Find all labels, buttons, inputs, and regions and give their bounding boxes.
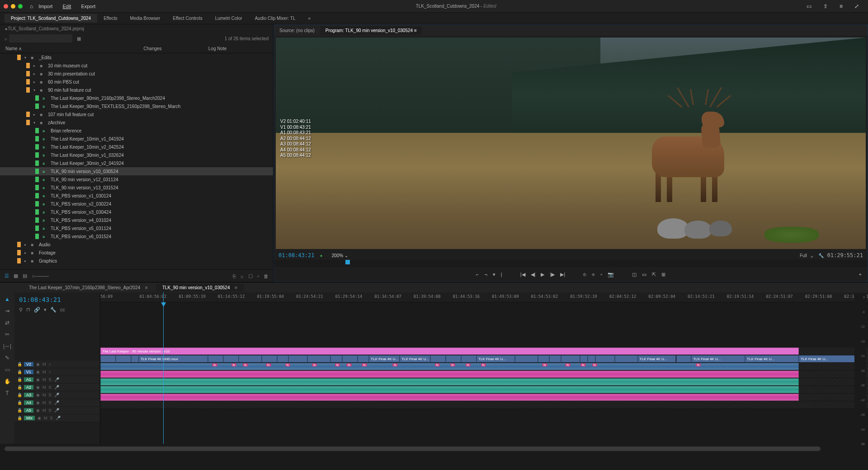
track-mix[interactable] <box>100 401 868 409</box>
source-tab[interactable]: Source: (no clips) <box>274 26 320 35</box>
video-clip[interactable] <box>615 355 638 362</box>
lock-icon[interactable]: 🔒 <box>17 385 22 390</box>
video-clip[interactable] <box>580 355 588 362</box>
video-clip[interactable]: TLK Final 4K U... <box>369 355 400 362</box>
mac-window-controls[interactable] <box>4 4 23 9</box>
twisty-icon[interactable]: ▸ <box>24 243 29 247</box>
video-clip[interactable]: TLK Final 4K U... <box>400 355 430 362</box>
hand-tool-icon[interactable]: ✋ <box>4 378 11 385</box>
fx-badge-icon[interactable]: fx <box>592 363 597 367</box>
pen-tool-icon[interactable]: ✎ <box>5 355 9 361</box>
mute-icon[interactable]: M <box>42 393 46 397</box>
track-a5[interactable] <box>100 394 868 401</box>
add-marker-icon[interactable]: ▾ <box>493 272 495 277</box>
fx-badge-icon[interactable]: fx <box>466 363 471 367</box>
track-a3[interactable] <box>100 378 868 386</box>
video-clip[interactable] <box>116 355 131 362</box>
sequence-row[interactable]: The Last Keeper_10min_v2_042524 <box>0 143 273 151</box>
solo-icon[interactable]: S <box>49 408 52 413</box>
import-menu[interactable]: Import <box>38 4 52 9</box>
fx-badge-icon[interactable]: fx <box>231 363 236 367</box>
program-tab[interactable]: Program: TLK_90 min version_v10_030524 ≡ <box>320 26 422 35</box>
slip-tool-icon[interactable]: |↔| <box>3 343 11 349</box>
safe-margins-icon[interactable]: ▭ <box>642 272 646 277</box>
track-header-mix[interactable]: 🔒Mix◉MS🎤 <box>14 414 100 422</box>
video-clip[interactable] <box>307 355 330 362</box>
video-clip[interactable] <box>676 355 692 362</box>
video-clip[interactable] <box>277 355 288 362</box>
track-label[interactable]: A3 <box>24 393 33 397</box>
add-button-icon[interactable]: + <box>859 272 862 277</box>
video-clip[interactable] <box>100 355 116 362</box>
sequence-timecode[interactable]: 01:08:43:21 <box>14 292 100 307</box>
video-clip[interactable] <box>131 355 139 362</box>
more-tabs-icon[interactable]: » <box>302 14 317 23</box>
video-clip[interactable]: TLK Final 4K U... <box>638 355 676 362</box>
mark-out-icon[interactable]: ¬ <box>484 272 487 277</box>
button-editor-icon[interactable]: ⊞ <box>661 272 665 277</box>
sequence-row[interactable]: TLK_PBS version_v5_031124 <box>0 224 273 232</box>
bin-row[interactable]: ▸Footage <box>0 249 273 257</box>
new-item-icon[interactable]: ▫ <box>257 273 259 279</box>
toggle-output-icon[interactable]: ◉ <box>36 393 40 397</box>
sequence-row[interactable]: TLK_90 min version_v10_030524 <box>0 167 273 175</box>
bin-row[interactable]: ▸Audio <box>0 240 273 249</box>
voiceover-icon[interactable]: 🎤 <box>54 377 59 382</box>
video-clip[interactable] <box>561 355 580 362</box>
rectangle-tool-icon[interactable]: ▭ <box>5 367 10 373</box>
track-label[interactable]: A2 <box>24 385 33 390</box>
auto-sequence-icon[interactable]: ⎘ <box>233 273 236 279</box>
find-icon[interactable]: ⌕ <box>241 273 244 279</box>
export-menu[interactable]: Export <box>81 4 95 9</box>
linked-selection-icon[interactable]: 🔗 <box>34 307 40 313</box>
fx-badge-icon[interactable]: fx <box>450 363 455 367</box>
track-a2[interactable] <box>100 371 868 378</box>
step-back-icon[interactable]: ◀| <box>531 272 536 277</box>
sequence-row[interactable]: The Last Keeper_90min_2160p2398_Stereo_M… <box>0 94 273 102</box>
sequence-row[interactable]: The Last Keeper_90min_TEXTLESS_2160p2398… <box>0 102 273 110</box>
solo-icon[interactable]: S <box>49 385 52 390</box>
bin-row[interactable]: ▸10 min museum cut <box>0 61 273 70</box>
twisty-icon[interactable]: ▸ <box>33 113 38 117</box>
video-clip[interactable] <box>262 355 277 362</box>
panel-tab[interactable]: Audio Clip Mixer: TL <box>249 14 302 23</box>
playhead[interactable] <box>163 292 164 444</box>
zoom-slider[interactable]: ○──── <box>32 273 49 279</box>
voiceover-icon[interactable]: 🎤 <box>54 400 59 405</box>
clip-a1[interactable] <box>100 363 799 370</box>
sync-lock-icon[interactable]: ○ <box>49 370 51 374</box>
track-header-a2[interactable]: 🔒A2◉MS🎤 <box>14 384 100 391</box>
panel-menu-icon[interactable]: ≡ <box>414 28 417 33</box>
track-header-v1[interactable]: 🔒V1◉M○ <box>14 368 100 376</box>
settings-icon[interactable]: 🔧 <box>818 253 824 258</box>
program-video[interactable]: V2 01:02:40:11V1 00:08:43:21A1 00:08:43:… <box>276 38 866 249</box>
go-to-in-icon[interactable]: | <box>501 272 502 277</box>
lift-icon[interactable]: ⎋ <box>583 272 586 277</box>
mute-icon[interactable]: M <box>42 408 46 413</box>
home-icon[interactable]: ⌂ <box>30 3 33 9</box>
track-a4[interactable] <box>100 386 868 394</box>
track-header-v2[interactable]: 🔒V2◉M○ <box>14 361 100 368</box>
video-clip[interactable] <box>430 355 446 362</box>
step-forward-icon[interactable]: |▶ <box>550 272 555 277</box>
track-v2[interactable]: The Last Keeper - 90 minute version - v1… <box>100 348 868 355</box>
maximize-icon[interactable] <box>18 4 23 9</box>
fullscreen-icon[interactable]: ⤢ <box>854 3 859 9</box>
clip-v2[interactable]: The Last Keeper - 90 minute version - v1… <box>100 348 799 355</box>
fx-badge-icon[interactable]: fx <box>212 363 217 367</box>
edit-menu[interactable]: Edit <box>62 4 71 9</box>
video-clip[interactable] <box>223 355 239 362</box>
track-label[interactable]: A5 <box>24 408 33 413</box>
scroll-thumb[interactable] <box>5 446 821 451</box>
sequence-row[interactable]: The Last Keeper_30min_v1_032624 <box>0 151 273 159</box>
mute-icon[interactable]: M <box>42 370 46 374</box>
twisty-icon[interactable]: ▸ <box>24 251 29 255</box>
close-icon[interactable] <box>4 4 8 9</box>
fx-badge-icon[interactable]: fx <box>243 363 248 367</box>
icon-view-icon[interactable]: ▦ <box>14 273 18 279</box>
ripple-tool-icon[interactable]: ⇄ <box>5 320 9 326</box>
lock-icon[interactable]: 🔒 <box>17 393 22 397</box>
mute-icon[interactable]: M <box>42 377 46 382</box>
close-tab-icon[interactable]: ≡ <box>145 285 148 290</box>
program-timecode[interactable]: 01:08:43:21 <box>278 252 314 258</box>
